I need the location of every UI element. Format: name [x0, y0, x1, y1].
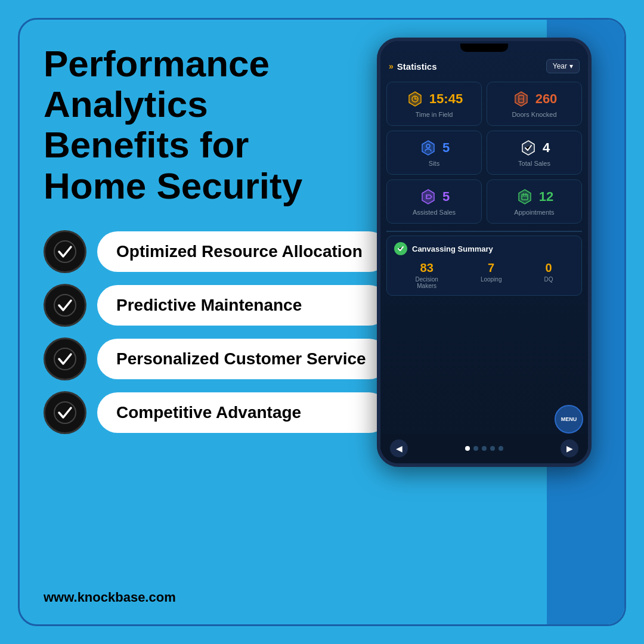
- person-icon: [419, 138, 438, 157]
- stat-label-total-sales: Total Sales: [518, 160, 550, 167]
- benefit-label-predictive: Predictive Maintenance: [97, 285, 389, 326]
- stat-card-sits: 5 Sits: [386, 131, 482, 175]
- stat-value-appointments: 12: [539, 189, 553, 205]
- phone-notch: [460, 44, 508, 52]
- canv-value-dm: 83: [420, 261, 434, 275]
- stat-value-doors: 260: [535, 91, 558, 107]
- canvassing-icon: [394, 242, 407, 255]
- stat-label-appointments: Appointments: [514, 209, 554, 216]
- benefit-item-personalized: Personalized Customer Service: [44, 338, 389, 380]
- nav-dots: [465, 446, 503, 451]
- nav-dot-2[interactable]: [473, 446, 478, 451]
- canvassing-section: Canvassing Summary 83 DecisionMakers 7 L…: [386, 236, 582, 296]
- svg-point-1: [54, 295, 76, 316]
- check-icon-predictive: [44, 284, 86, 327]
- door-icon: [512, 89, 531, 109]
- menu-button[interactable]: MENU: [555, 405, 583, 434]
- canvassing-header: Canvassing Summary: [394, 242, 574, 255]
- calendar-icon: [515, 187, 534, 206]
- stat-card-doors: 260 Doors Knocked: [487, 82, 582, 126]
- canvassing-title: Canvassing Summary: [412, 244, 493, 253]
- stats-grid: 15:45 Time in Field: [380, 78, 588, 227]
- benefits-list: Optimized Resource Allocation Predictive…: [44, 230, 389, 434]
- stat-label-time: Time in Field: [416, 111, 453, 118]
- benefit-item-predictive: Predictive Maintenance: [44, 284, 389, 327]
- benefit-label-competitive: Competitive Advantage: [97, 392, 389, 433]
- nav-dot-3[interactable]: [482, 446, 487, 451]
- stats-title: » Statistics: [389, 61, 437, 72]
- canv-looping: 7 Looping: [481, 261, 502, 289]
- nav-prev-button[interactable]: ◀: [390, 439, 408, 457]
- year-dropdown[interactable]: Year ▾: [546, 59, 580, 73]
- canv-label-dq: DQ: [544, 276, 553, 283]
- canv-value-dq: 0: [545, 261, 552, 275]
- stat-card-appointments: 12 Appointments: [487, 179, 582, 224]
- canv-value-looping: 7: [488, 261, 494, 275]
- main-card: Performance Analytics Benefits for Home …: [18, 18, 626, 626]
- stat-card-assisted: 5 Assisted Sales: [386, 179, 482, 224]
- phone-divider: [386, 231, 582, 232]
- svg-point-3: [54, 402, 76, 423]
- svg-point-2: [54, 348, 76, 370]
- stats-header: » Statistics Year ▾: [380, 49, 588, 78]
- stat-value-assisted: 5: [442, 189, 450, 205]
- tag-icon: [419, 187, 438, 206]
- svg-point-20: [426, 196, 428, 197]
- benefit-item-competitive: Competitive Advantage: [44, 391, 389, 434]
- svg-point-0: [54, 241, 76, 262]
- phone-bottom-nav: ◀ ▶: [380, 434, 588, 463]
- benefit-label-optimized: Optimized Resource Allocation: [97, 231, 389, 272]
- stat-label-sits: Sits: [429, 160, 439, 167]
- check-icon-personalized: [44, 338, 86, 380]
- canvassing-stats: 83 DecisionMakers 7 Looping 0 DQ: [394, 261, 574, 289]
- stat-value-total-sales: 4: [543, 140, 550, 156]
- benefit-item-optimized: Optimized Resource Allocation: [44, 230, 389, 273]
- canv-label-looping: Looping: [481, 276, 502, 283]
- left-content: Performance Analytics Benefits for Home …: [44, 44, 389, 434]
- phone-nav: ◀ ▶: [390, 439, 578, 457]
- stat-card-sales: 4 Total Sales: [487, 131, 582, 175]
- nav-next-button[interactable]: ▶: [561, 439, 578, 457]
- website-url: www.knockbase.com: [44, 590, 176, 605]
- nav-dot-4[interactable]: [490, 446, 495, 451]
- nav-dot-1[interactable]: [465, 446, 470, 451]
- stat-card-time: 15:45 Time in Field: [386, 82, 482, 126]
- stat-value-time: 15:45: [429, 91, 463, 107]
- main-title: Performance Analytics Benefits for Home …: [44, 44, 389, 206]
- canv-decision-makers: 83 DecisionMakers: [416, 261, 438, 289]
- nav-dot-5[interactable]: [499, 446, 503, 451]
- check-sales-icon: [519, 138, 538, 157]
- stat-label-doors: Doors Knocked: [512, 111, 556, 118]
- phone-screen: » Statistics Year ▾: [380, 41, 588, 463]
- stat-value-sits: 5: [442, 140, 450, 156]
- benefit-label-personalized: Personalized Customer Service: [97, 339, 389, 379]
- phone-mockup: » Statistics Year ▾: [377, 38, 592, 467]
- canv-dq: 0 DQ: [544, 261, 553, 289]
- stat-label-assisted: Assisted Sales: [413, 209, 456, 216]
- clock-icon: [405, 89, 425, 109]
- canv-label-dm: DecisionMakers: [416, 276, 438, 289]
- check-icon-competitive: [44, 391, 86, 434]
- check-icon-optimized: [44, 230, 86, 273]
